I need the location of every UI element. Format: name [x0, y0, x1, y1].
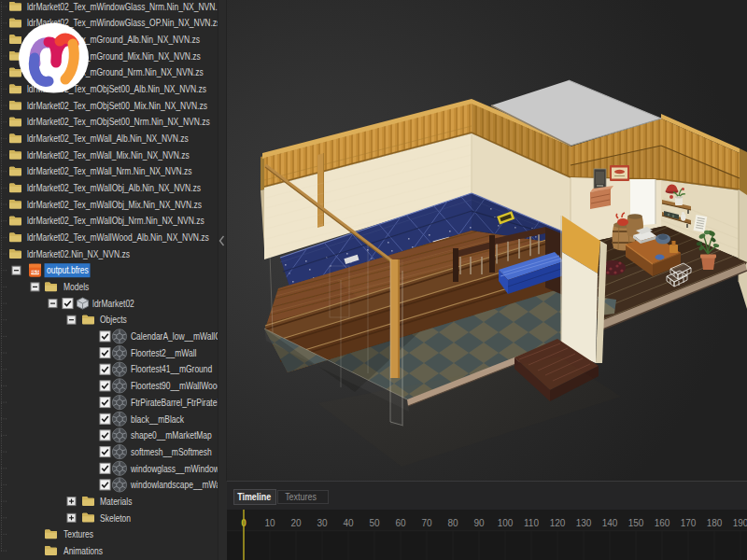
svg-text:Textures: Textures [63, 530, 93, 540]
svg-text:ldrMarket02_Tex_mWall_Nrm.Nin_: ldrMarket02_Tex_mWall_Nrm.Nin_NX_NVN.zs [27, 167, 192, 177]
svg-text:Materials: Materials [100, 497, 133, 507]
svg-text:140: 140 [602, 518, 618, 528]
svg-text:130: 130 [576, 518, 592, 528]
svg-text:80: 80 [447, 518, 458, 528]
svg-text:shape0__mMarketMap: shape0__mMarketMap [131, 431, 212, 441]
svg-text:40: 40 [343, 518, 354, 528]
svg-text:150: 150 [628, 518, 644, 528]
svg-text:190: 190 [733, 518, 747, 528]
svg-text:ldrMarket02_Tex_mWall_Mix.Nin_: ldrMarket02_Tex_mWall_Mix.Nin_NX_NVN.zs [27, 150, 190, 161]
svg-text:20: 20 [290, 518, 302, 528]
svg-text:ldrMarket02: ldrMarket02 [92, 299, 134, 309]
svg-text:ldrMarket02_Tex_mObjSet00_Mix.: ldrMarket02_Tex_mObjSet00_Mix.Nin_NX_NVN… [27, 101, 207, 111]
svg-text:Floortest41__mGround: Floortest41__mGround [131, 365, 212, 375]
svg-text:120: 120 [550, 518, 566, 528]
svg-text:50: 50 [369, 518, 380, 528]
svg-text:Objects: Objects [100, 315, 127, 326]
svg-text:100: 100 [498, 518, 514, 528]
svg-text:Timeline: Timeline [237, 492, 272, 503]
svg-text:70: 70 [421, 518, 432, 528]
svg-text:110: 110 [524, 518, 539, 528]
svg-text:ldrMarket02_Tex_mWallObj_Nrm.N: ldrMarket02_Tex_mWallObj_Nrm.Nin_NX_NVN.… [27, 217, 204, 227]
svg-text:ldrMarket02.Nin_NX_NVN.zs: ldrMarket02.Nin_NX_NVN.zs [27, 249, 130, 259]
svg-text:windowlandscape__mWall: windowlandscape__mWall [130, 481, 224, 491]
svg-text:Floortest90__mWallWood: Floortest90__mWallWood [131, 382, 221, 392]
svg-text:ldrMarket02_Tex_mWallObj_Mix.N: ldrMarket02_Tex_mWallObj_Mix.Nin_NX_NVN.… [27, 200, 202, 210]
svg-text:60: 60 [395, 518, 406, 528]
svg-text:Floortest2__mWall: Floortest2__mWall [131, 348, 196, 358]
svg-text:softmesh__mSoftmesh: softmesh__mSoftmesh [131, 447, 212, 457]
svg-text:ldrMarket02_Tex_mWallWood_Alb.: ldrMarket02_Tex_mWallWood_Alb.Nin_NX_NVN… [27, 233, 209, 244]
svg-text:ldrMarket02_Tex_mWall_Alb.Nin_: ldrMarket02_Tex_mWall_Alb.Nin_NX_NVN.zs [27, 134, 189, 145]
svg-text:Skeleton: Skeleton [100, 513, 131, 524]
svg-text:170: 170 [681, 518, 697, 528]
svg-text:output.bfres: output.bfres [47, 266, 89, 276]
svg-text:ldrMarket02_Tex_mWallObj_Alb.N: ldrMarket02_Tex_mWallObj_Alb.Nin_NX_NVN.… [27, 184, 201, 194]
svg-text:Animations: Animations [63, 546, 103, 556]
svg-text:CalendarA_low__mWallObj: CalendarA_low__mWallObj [131, 332, 227, 343]
svg-text:160: 160 [655, 518, 670, 528]
svg-text:black__mBlack: black__mBlack [131, 414, 184, 425]
svg-text:10: 10 [264, 518, 275, 528]
svg-text:ldrMarket02_Tex_mWindowGlass_N: ldrMarket02_Tex_mWindowGlass_Nrm.Nin_NX_… [27, 2, 226, 12]
svg-text:30: 30 [317, 518, 328, 528]
svg-text:ldrMarket02_Tex_mObjSet00_Nrm.: ldrMarket02_Tex_mObjSet00_Nrm.Nin_NX_NVN… [27, 118, 210, 128]
svg-text:180: 180 [707, 518, 723, 528]
svg-text:Textures: Textures [285, 491, 317, 502]
svg-text:90: 90 [473, 518, 485, 528]
svg-text:Models: Models [63, 283, 90, 293]
